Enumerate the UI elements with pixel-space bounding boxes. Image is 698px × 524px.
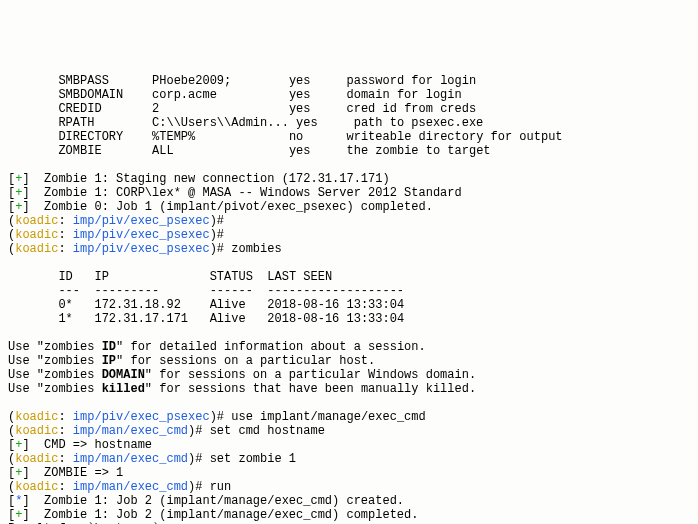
usage-line: Use "zombies DOMAIN" for sessions on a p… — [8, 368, 476, 382]
usage-line: Use "zombies ID" for detailed informatio… — [8, 340, 426, 354]
zombies-header: ID IP STATUS LAST SEEN — [8, 270, 332, 284]
zombies-row: 0* 172.31.18.92 Alive 2018-08-16 13:33:0… — [8, 298, 404, 312]
prompt-line: (koadic: imp/man/exec_cmd)# set cmd host… — [8, 424, 325, 438]
event-line: [*] Zombie 1: Job 2 (implant/manage/exec… — [8, 494, 404, 508]
cfg-row: DIRECTORY %TEMP% no writeable directory … — [8, 130, 563, 144]
event-line: [+] Zombie 1: CORP\lex* @ MASA -- Window… — [8, 186, 462, 200]
prompt-line: (koadic: imp/piv/exec_psexec)# use impla… — [8, 410, 426, 424]
prompt-line: (koadic: imp/piv/exec_psexec)# — [8, 228, 224, 242]
cfg-row: ZOMBIE ALL yes the zombie to target — [8, 144, 491, 158]
prompt-line: (koadic: imp/piv/exec_psexec)# — [8, 214, 224, 228]
event-line: [+] CMD => hostname — [8, 438, 152, 452]
event-line: [+] Zombie 1: Staging new connection (17… — [8, 172, 390, 186]
zombies-divider: --- --------- ------ ------------------- — [8, 284, 404, 298]
usage-line: Use "zombies killed" for sessions that h… — [8, 382, 476, 396]
cfg-row: SMBDOMAIN corp.acme yes domain for login — [8, 88, 462, 102]
cfg-row: SMBPASS PHoebe2009; yes password for log… — [8, 74, 476, 88]
cfg-row: CREDID 2 yes cred id from creds — [8, 102, 476, 116]
prompt-line: (koadic: imp/piv/exec_psexec)# zombies — [8, 242, 282, 256]
cfg-row: RPATH C:\\Users\\Admin... yes path to ps… — [8, 116, 483, 130]
usage-line: Use "zombies IP" for sessions on a parti… — [8, 354, 375, 368]
zombies-row: 1* 172.31.17.171 Alive 2018-08-16 13:33:… — [8, 312, 404, 326]
prompt-line: (koadic: imp/man/exec_cmd)# set zombie 1 — [8, 452, 296, 466]
event-line: [+] ZOMBIE => 1 — [8, 466, 123, 480]
event-line: [+] Zombie 0: Job 1 (implant/pivot/exec_… — [8, 200, 433, 214]
prompt-line: (koadic: imp/man/exec_cmd)# run — [8, 480, 231, 494]
terminal-output[interactable]: SMBPASS PHoebe2009; yes password for log… — [8, 60, 690, 524]
event-line: [+] Zombie 1: Job 2 (implant/manage/exec… — [8, 508, 418, 522]
